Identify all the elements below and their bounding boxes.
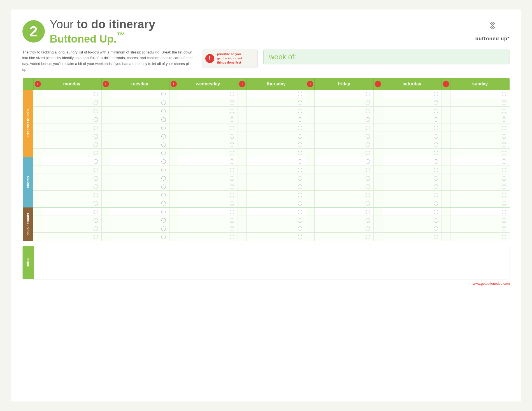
table-row[interactable] xyxy=(22,149,510,157)
checkbox-circle[interactable] xyxy=(366,168,370,172)
checkbox-circle[interactable] xyxy=(366,151,370,155)
task-cell[interactable] xyxy=(110,98,169,107)
exclaim-cell[interactable] xyxy=(169,123,178,132)
exclaim-cell[interactable] xyxy=(238,157,247,165)
checkbox-circle[interactable] xyxy=(161,176,166,181)
task-cell[interactable] xyxy=(110,157,169,165)
table-row[interactable]: calls / emails xyxy=(22,207,510,216)
task-cell[interactable] xyxy=(450,174,510,182)
exclaim-cell[interactable] xyxy=(33,174,42,182)
task-cell[interactable] xyxy=(178,98,238,107)
task-cell[interactable] xyxy=(110,149,169,157)
exclaim-cell[interactable] xyxy=(238,174,247,182)
exclaim-cell[interactable] xyxy=(169,199,178,207)
task-cell[interactable] xyxy=(450,132,510,140)
exclaim-cell[interactable] xyxy=(306,132,315,140)
checkbox-circle[interactable] xyxy=(298,168,302,172)
checkbox-circle[interactable] xyxy=(298,201,302,206)
task-cell[interactable] xyxy=(178,123,238,132)
exclaim-cell[interactable] xyxy=(306,199,315,207)
task-cell[interactable] xyxy=(178,216,238,224)
task-cell[interactable] xyxy=(178,140,238,149)
exclaim-cell[interactable] xyxy=(101,107,110,115)
task-cell[interactable] xyxy=(382,123,442,132)
task-cell[interactable] xyxy=(42,199,101,207)
task-cell[interactable] xyxy=(110,199,169,207)
checkbox-circle[interactable] xyxy=(161,134,166,139)
task-cell[interactable] xyxy=(382,191,442,199)
checkbox-circle[interactable] xyxy=(502,134,506,139)
task-cell[interactable] xyxy=(110,90,169,98)
task-cell[interactable] xyxy=(247,182,306,191)
task-cell[interactable] xyxy=(315,207,374,216)
task-cell[interactable] xyxy=(178,165,238,174)
exclaim-cell[interactable] xyxy=(33,216,42,224)
exclaim-cell[interactable] xyxy=(374,182,382,191)
checkbox-circle[interactable] xyxy=(161,109,166,113)
checkbox-circle[interactable] xyxy=(366,92,370,96)
task-cell[interactable] xyxy=(450,233,510,241)
task-cell[interactable] xyxy=(450,123,510,132)
task-cell[interactable] xyxy=(315,149,374,157)
checkbox-circle[interactable] xyxy=(434,126,438,130)
task-cell[interactable] xyxy=(110,191,169,199)
exclaim-cell[interactable] xyxy=(169,140,178,149)
exclaim-cell[interactable] xyxy=(442,216,450,224)
checkbox-circle[interactable] xyxy=(298,176,302,181)
checkbox-circle[interactable] xyxy=(230,185,234,189)
checkbox-circle[interactable] xyxy=(434,176,438,181)
task-cell[interactable] xyxy=(450,157,510,165)
checkbox-circle[interactable] xyxy=(94,143,98,147)
exclaim-cell[interactable] xyxy=(238,191,247,199)
task-cell[interactable] xyxy=(178,199,238,207)
table-row[interactable] xyxy=(22,123,510,132)
checkbox-circle[interactable] xyxy=(298,101,302,105)
exclaim-cell[interactable] xyxy=(101,165,110,174)
task-cell[interactable] xyxy=(450,165,510,174)
exclaim-cell[interactable] xyxy=(169,174,178,182)
exclaim-cell[interactable] xyxy=(306,182,315,191)
task-cell[interactable] xyxy=(315,107,374,115)
task-cell[interactable] xyxy=(450,216,510,224)
checkbox-circle[interactable] xyxy=(161,193,166,197)
exclaim-cell[interactable] xyxy=(442,233,450,241)
task-cell[interactable] xyxy=(382,140,442,149)
exclaim-cell[interactable] xyxy=(442,191,450,199)
task-cell[interactable] xyxy=(315,174,374,182)
exclaim-cell[interactable] xyxy=(101,199,110,207)
task-cell[interactable] xyxy=(178,149,238,157)
task-cell[interactable] xyxy=(382,157,442,165)
task-cell[interactable] xyxy=(178,224,238,233)
task-cell[interactable] xyxy=(247,140,306,149)
checkbox-circle[interactable] xyxy=(434,235,438,239)
exclaim-cell[interactable] xyxy=(101,191,110,199)
exclaim-cell[interactable] xyxy=(374,98,382,107)
exclaim-cell[interactable] xyxy=(306,224,315,233)
task-cell[interactable] xyxy=(382,107,442,115)
task-cell[interactable] xyxy=(110,165,169,174)
checkbox-circle[interactable] xyxy=(230,201,234,206)
task-cell[interactable] xyxy=(178,174,238,182)
task-cell[interactable] xyxy=(315,199,374,207)
exclaim-cell[interactable] xyxy=(238,233,247,241)
task-cell[interactable] xyxy=(42,174,101,182)
exclaim-cell[interactable] xyxy=(169,90,178,98)
checkbox-circle[interactable] xyxy=(298,210,302,214)
task-cell[interactable] xyxy=(315,165,374,174)
task-cell[interactable] xyxy=(247,107,306,115)
task-cell[interactable] xyxy=(315,132,374,140)
exclaim-cell[interactable] xyxy=(442,90,450,98)
task-cell[interactable] xyxy=(247,98,306,107)
exclaim-cell[interactable] xyxy=(169,157,178,165)
exclaim-cell[interactable] xyxy=(374,199,382,207)
task-cell[interactable] xyxy=(178,90,238,98)
checkbox-circle[interactable] xyxy=(298,109,302,113)
exclaim-cell[interactable] xyxy=(442,115,450,123)
checkbox-circle[interactable] xyxy=(94,151,98,155)
checkbox-circle[interactable] xyxy=(502,226,506,231)
task-cell[interactable] xyxy=(315,140,374,149)
table-row[interactable] xyxy=(22,115,510,123)
exclaim-cell[interactable] xyxy=(306,98,315,107)
checkbox-circle[interactable] xyxy=(230,168,234,172)
task-cell[interactable] xyxy=(247,115,306,123)
